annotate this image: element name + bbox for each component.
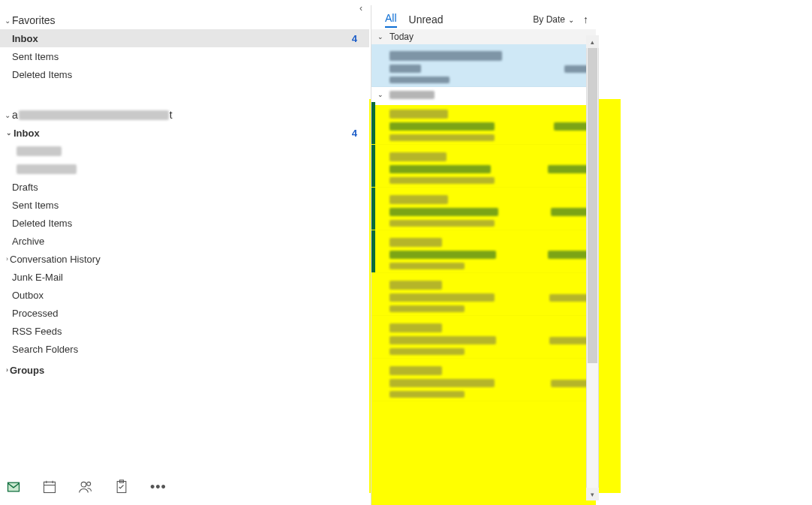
folder-label: Outbox — [12, 290, 44, 301]
sort-direction-button[interactable]: ↑ — [583, 14, 588, 26]
account-header[interactable]: ⌄ a t — [0, 103, 369, 124]
folder-label: Deleted Items — [12, 218, 72, 229]
account-prefix: a — [12, 109, 18, 121]
sender-blurred — [389, 366, 442, 375]
more-icon[interactable]: ••• — [150, 481, 165, 496]
inbox-subfolder[interactable] — [0, 142, 369, 160]
scroll-down-button[interactable]: ▾ — [586, 488, 599, 500]
group-label-blurred — [389, 91, 435, 99]
chevron-down-icon: ⌄ — [568, 16, 574, 24]
tasks-icon[interactable] — [114, 479, 129, 497]
folder-drafts[interactable]: Drafts — [0, 178, 369, 196]
subject-blurred — [389, 336, 496, 344]
chevron-down-icon: ⌄ — [377, 33, 383, 41]
tab-all[interactable]: All — [385, 12, 397, 28]
subject-blurred — [389, 65, 421, 73]
preview-blurred — [389, 305, 465, 312]
collapse-pane-button[interactable]: ‹ — [359, 3, 362, 14]
subfolder-blurred — [17, 146, 62, 156]
sender-blurred — [389, 323, 442, 332]
folder-deleted-items[interactable]: Deleted Items — [0, 214, 369, 232]
chevron-right-icon: › — [6, 366, 8, 374]
sender-blurred — [389, 281, 442, 290]
folder-search-folders[interactable]: Search Folders — [0, 340, 369, 358]
mail-icon[interactable] — [6, 479, 21, 497]
message-item-unread[interactable] — [371, 188, 596, 230]
subject-blurred — [389, 122, 495, 131]
message-list-pane: All Unread By Date ⌄ ↑ ⌄ Today ⌄ — [371, 5, 596, 505]
preview-blurred — [389, 177, 495, 184]
folder-junk-email[interactable]: Junk E-Mail — [0, 268, 369, 286]
people-icon[interactable] — [78, 479, 93, 497]
favorites-header[interactable]: ⌄ Favorites — [0, 5, 369, 29]
time-blurred — [549, 294, 588, 302]
message-item-selected[interactable] — [371, 44, 596, 87]
preview-blurred — [389, 391, 465, 398]
account-email-blurred — [19, 110, 169, 120]
svg-point-11 — [81, 482, 86, 487]
preview-blurred — [389, 77, 450, 83]
group-label: Today — [389, 32, 414, 42]
subfolder-blurred — [17, 164, 77, 174]
time-blurred — [548, 165, 588, 173]
scroll-up-button[interactable]: ▴ — [586, 35, 599, 48]
time-blurred — [554, 122, 588, 131]
favorites-sent-items[interactable]: Sent Items — [0, 47, 369, 65]
time-blurred — [548, 251, 588, 259]
folder-pane: ‹ ⌄ Favorites Inbox 4 Sent Items Deleted… — [0, 5, 369, 505]
folder-label: Sent Items — [12, 51, 59, 62]
folder-label: Archive — [12, 236, 44, 247]
calendar-icon[interactable] — [42, 479, 57, 497]
sender-blurred — [389, 152, 447, 161]
filter-row: All Unread By Date ⌄ ↑ — [371, 5, 596, 29]
subject-blurred — [389, 293, 495, 302]
message-item-unread[interactable] — [371, 102, 596, 145]
favorites-deleted-items[interactable]: Deleted Items — [0, 65, 369, 83]
preview-blurred — [389, 348, 465, 355]
folder-label: Inbox — [12, 33, 38, 44]
subject-blurred — [389, 379, 495, 387]
folder-processed[interactable]: Processed — [0, 304, 369, 322]
folder-label: Conversation History — [10, 254, 101, 265]
scrollbar-thumb[interactable] — [588, 48, 597, 363]
folder-label: Inbox — [14, 128, 40, 139]
group-lastweek[interactable]: ⌄ — [371, 87, 596, 102]
sender-blurred — [389, 110, 448, 119]
folder-label: Sent Items — [12, 200, 59, 211]
preview-blurred — [389, 263, 465, 269]
inbox-subfolder[interactable] — [0, 160, 369, 178]
account-suffix: t — [170, 109, 173, 121]
chevron-down-icon: ⌄ — [377, 91, 383, 98]
folder-conversation-history[interactable]: › Conversation History — [0, 250, 369, 268]
folder-label: Processed — [12, 308, 58, 319]
sort-label: By Date — [533, 14, 565, 25]
message-item-unread[interactable] — [371, 145, 596, 188]
preview-blurred — [389, 134, 495, 141]
svg-rect-0 — [8, 482, 20, 491]
scrollbar[interactable]: ▴ ▾ — [586, 35, 599, 500]
unread-count: 4 — [352, 128, 362, 139]
message-item-unread[interactable] — [371, 230, 596, 273]
folder-label: Junk E-Mail — [12, 272, 63, 283]
subject-blurred — [389, 208, 498, 216]
account-inbox[interactable]: ⌄ Inbox 4 — [0, 124, 369, 142]
folder-sent-items[interactable]: Sent Items — [0, 196, 369, 214]
folder-label: Search Folders — [12, 344, 78, 355]
group-today[interactable]: ⌄ Today — [371, 29, 596, 44]
folder-archive[interactable]: Archive — [0, 232, 369, 250]
time-blurred — [564, 65, 588, 73]
favorites-inbox[interactable]: Inbox 4 — [0, 29, 369, 47]
chevron-down-icon: ⌄ — [6, 129, 12, 137]
message-item[interactable] — [371, 359, 596, 401]
folder-outbox[interactable]: Outbox — [0, 286, 369, 304]
sort-menu[interactable]: By Date ⌄ — [533, 14, 574, 25]
message-item[interactable] — [371, 316, 596, 359]
time-blurred — [551, 380, 588, 387]
sender-blurred — [389, 195, 448, 204]
groups-label: Groups — [10, 365, 44, 376]
message-item[interactable] — [371, 273, 596, 316]
folder-rss-feeds[interactable]: RSS Feeds — [0, 322, 369, 340]
groups-header[interactable]: › Groups — [0, 361, 369, 379]
favorites-label: Favorites — [12, 14, 56, 26]
tab-unread[interactable]: Unread — [409, 14, 444, 26]
